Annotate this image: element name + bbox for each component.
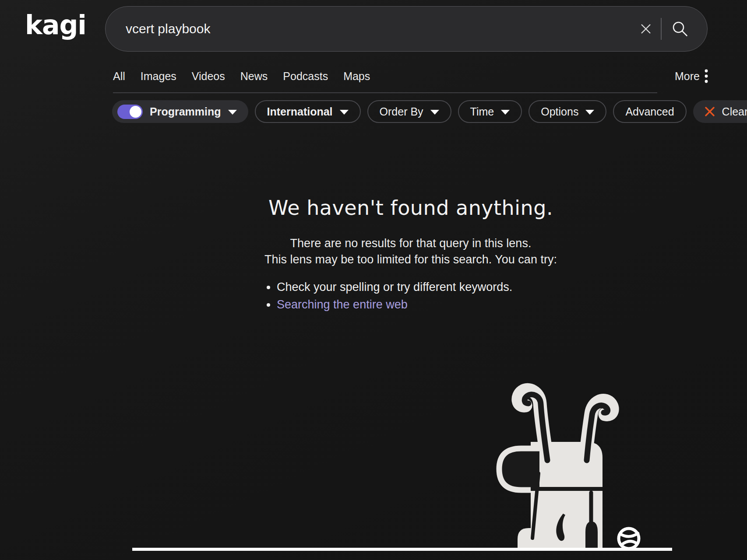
filter-chips-row: Programming International Order By Time …	[112, 100, 711, 123]
tab-maps[interactable]: Maps	[343, 70, 370, 83]
magnifier-icon	[671, 20, 689, 38]
chip-international[interactable]: International	[255, 100, 361, 123]
tab-videos[interactable]: Videos	[192, 70, 225, 83]
tab-news[interactable]: News	[240, 70, 268, 83]
search-input[interactable]	[125, 21, 638, 37]
tab-all[interactable]: All	[113, 70, 125, 83]
more-label: More	[675, 70, 700, 83]
dog-front-leg	[518, 528, 531, 548]
lens-chip-programming[interactable]: Programming	[112, 100, 248, 123]
dog-leg-arch	[585, 522, 598, 548]
clear-x-icon	[638, 21, 653, 36]
chevron-down-icon	[501, 110, 510, 115]
lens-toggle[interactable]	[117, 105, 143, 119]
no-results-block: We haven't found anything. There are no …	[113, 192, 708, 313]
dog-neck-line	[531, 487, 603, 491]
suggestion-search-web: Searching the entire web	[277, 296, 557, 313]
toggle-knob	[130, 106, 141, 118]
tennis-ball-icon	[619, 528, 639, 549]
more-menu-button[interactable]: More	[675, 68, 708, 84]
no-results-line2: This lens may be too limited for this se…	[113, 252, 708, 268]
tab-podcasts[interactable]: Podcasts	[283, 70, 328, 83]
chevron-down-icon	[585, 110, 594, 115]
sad-dog-illustration	[455, 381, 701, 552]
kagi-search-page: kagi All Images Videos News Podcasts Map…	[0, 0, 747, 560]
chip-order-by[interactable]: Order By	[367, 100, 451, 123]
orange-x-icon	[704, 105, 716, 118]
chevron-down-icon	[430, 110, 439, 115]
kebab-vertical-dots-icon	[704, 68, 708, 84]
search-entire-web-link[interactable]: Searching the entire web	[277, 298, 408, 311]
chip-time[interactable]: Time	[458, 100, 522, 123]
search-divider	[661, 18, 662, 40]
lens-label: Programming	[150, 105, 221, 118]
dog-muzzle	[499, 448, 539, 490]
clear-filters-button[interactable]: Clear	[693, 100, 747, 123]
result-tabs: All Images Videos News Podcasts Maps Mor…	[113, 66, 708, 86]
no-results-line1: There are no results for that query in t…	[113, 235, 708, 252]
chip-options[interactable]: Options	[529, 100, 606, 123]
chip-advanced[interactable]: Advanced	[613, 100, 686, 123]
tab-images[interactable]: Images	[141, 70, 176, 83]
chevron-down-icon	[340, 110, 349, 115]
search-bar	[105, 6, 708, 52]
chevron-down-icon	[228, 110, 237, 115]
suggestion-spelling: Check your spelling or try different key…	[277, 278, 557, 296]
no-results-headline: We haven't found anything.	[113, 196, 708, 220]
clear-search-button[interactable]	[638, 21, 654, 37]
tabs-separator-line	[113, 92, 657, 93]
search-submit-button[interactable]	[671, 20, 689, 38]
kagi-logo[interactable]: kagi	[25, 10, 86, 40]
suggestion-list: Check your spelling or try different key…	[264, 278, 557, 313]
